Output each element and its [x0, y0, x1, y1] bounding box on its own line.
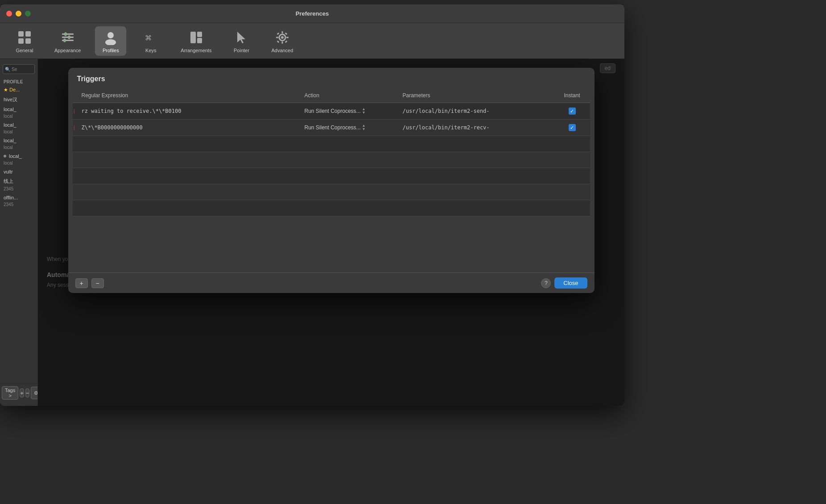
svg-rect-5	[62, 37, 74, 38]
modal-bottom-bar: + − ? Close	[68, 273, 595, 293]
profile-search[interactable]: 🔍 Se	[3, 64, 35, 74]
svg-rect-14	[197, 32, 202, 37]
sidebar-item-default[interactable]: ★ De...	[0, 85, 37, 95]
table-row[interactable]: │ Z\*\*B0000000000000 Run Silent Coproce…	[73, 120, 590, 136]
minimize-window-button[interactable]	[16, 11, 21, 17]
svg-rect-8	[68, 36, 70, 39]
cell-instant-2: ✓	[554, 122, 590, 133]
svg-rect-9	[64, 39, 66, 42]
cell-params-1: /usr/local/bin/iterm2-send-	[397, 106, 554, 116]
action-text-1: Run Silent Coprocess...	[305, 108, 361, 114]
action-arrows-1[interactable]: ▲▼	[362, 107, 366, 115]
svg-point-11	[105, 39, 116, 45]
toolbar-item-general[interactable]: General	[9, 26, 40, 56]
add-trigger-button[interactable]: +	[75, 278, 88, 288]
table-body: │ rz waiting to receive.\*\*B0100 Run Si…	[73, 103, 590, 273]
appearance-icon	[59, 29, 76, 46]
search-icon: 🔍	[5, 67, 10, 72]
sidebar-item-local1[interactable]: local_	[0, 105, 37, 114]
profiles-icon	[102, 29, 119, 46]
instant-checkbox-2[interactable]: ✓	[569, 124, 576, 131]
preferences-window: Preferences General	[0, 4, 624, 406]
row-indicator-2: │	[73, 120, 76, 136]
svg-point-18	[281, 36, 284, 39]
toolbar-item-appearance[interactable]: Appearance	[49, 26, 86, 56]
sidebar-section-label: Profile	[0, 78, 37, 85]
online-indicator	[4, 155, 6, 157]
action-arrows-2[interactable]: ▲▼	[362, 124, 366, 131]
cell-regex-2: Z\*\*B0000000000000	[76, 123, 299, 132]
svg-rect-13	[190, 32, 196, 43]
svg-rect-2	[18, 38, 24, 44]
other-actions-button[interactable]: ⚙ ⚙ Other Actions... ▾	[31, 387, 38, 399]
sidebar-item-local4[interactable]: local_	[0, 152, 37, 161]
main-area: 🔍 Se Profile ★ De... hive汉 local_ local …	[0, 59, 624, 406]
content-area: When you activate Semantic History on a …	[38, 59, 624, 406]
star-icon: ★	[4, 87, 8, 92]
remove-profile-button[interactable]: −	[25, 388, 30, 397]
table-header: Regular Expression Action Parameters Ins…	[73, 87, 590, 103]
toolbar-item-pointer[interactable]: Pointer	[226, 26, 257, 56]
cell-regex-1: rz waiting to receive.\*\*B0100	[76, 106, 299, 116]
sidebar-item-lineshang-sub: 2345	[0, 186, 37, 193]
toolbar-item-arrangements[interactable]: Arrangements	[175, 26, 217, 56]
toolbar-item-advanced[interactable]: Advanced	[266, 26, 298, 56]
cell-params-2: /usr/local/bin/iterm2-recv-	[397, 123, 554, 132]
triggers-modal: Triggers Regular Expression Action	[68, 68, 595, 293]
sidebar-item-offline-sub: 2345	[0, 202, 37, 209]
sidebar-item-lineshang[interactable]: 线上	[0, 176, 37, 186]
profiles-label: Profiles	[103, 48, 119, 53]
arrangements-icon	[188, 29, 205, 46]
toolbar-item-profiles[interactable]: Profiles	[95, 26, 126, 56]
sidebar-item-vultr[interactable]: vultr	[0, 167, 37, 176]
help-button[interactable]: ?	[541, 278, 551, 288]
sidebar-item-hive[interactable]: hive汉	[0, 95, 37, 105]
tags-button[interactable]: Tags >	[2, 386, 18, 400]
table-row-empty	[73, 136, 590, 152]
pointer-label: Pointer	[234, 48, 249, 53]
toolbar: General Appearance	[0, 23, 624, 59]
action-text-2: Run Silent Coprocess...	[305, 124, 361, 131]
close-window-button[interactable]	[6, 11, 12, 17]
col-header-instant: Instant	[554, 89, 590, 101]
table-row-empty	[73, 168, 590, 184]
advanced-label: Advanced	[271, 48, 293, 53]
add-profile-button[interactable]: +	[20, 388, 24, 397]
sidebar-item-local2-sub: local	[0, 129, 37, 136]
svg-rect-22	[286, 37, 289, 38]
svg-rect-25	[277, 40, 280, 43]
svg-rect-20	[281, 41, 283, 44]
sidebar-item-local3[interactable]: local_	[0, 136, 37, 145]
cell-instant-1: ✓	[554, 106, 590, 116]
table-row-empty	[73, 152, 590, 168]
keys-icon: ⌘	[142, 29, 159, 46]
modal-title: Triggers	[68, 68, 595, 87]
sidebar-item-offline[interactable]: offlin...	[0, 193, 37, 202]
arrangements-label: Arrangements	[181, 48, 211, 53]
instant-checkbox-1[interactable]: ✓	[569, 107, 576, 115]
table-row-empty	[73, 184, 590, 200]
svg-rect-21	[276, 37, 278, 38]
appearance-label: Appearance	[54, 48, 81, 53]
sidebar-item-local2[interactable]: local_	[0, 120, 37, 129]
svg-rect-24	[285, 32, 288, 35]
remove-trigger-button[interactable]: −	[91, 278, 104, 288]
keys-label: Keys	[145, 48, 156, 53]
advanced-icon	[274, 29, 291, 46]
sidebar: 🔍 Se Profile ★ De... hive汉 local_ local …	[0, 59, 38, 406]
table-row-empty	[73, 200, 590, 216]
col-header-action: Action	[299, 89, 397, 101]
svg-rect-4	[62, 33, 74, 35]
gear-icon-sm: ⚙	[34, 390, 38, 396]
maximize-window-button[interactable]	[25, 11, 31, 17]
sidebar-item-local4-sub: local	[0, 161, 37, 167]
svg-rect-15	[197, 38, 202, 43]
row-indicator-1: │	[73, 103, 76, 119]
svg-rect-19	[281, 31, 283, 33]
modal-overlay: Triggers Regular Expression Action	[38, 59, 624, 406]
svg-rect-7	[65, 33, 66, 36]
table-row[interactable]: │ rz waiting to receive.\*\*B0100 Run Si…	[73, 103, 590, 120]
toolbar-item-keys[interactable]: ⌘ Keys	[135, 26, 166, 56]
close-modal-button[interactable]: Close	[554, 277, 587, 289]
window-controls	[6, 11, 31, 17]
